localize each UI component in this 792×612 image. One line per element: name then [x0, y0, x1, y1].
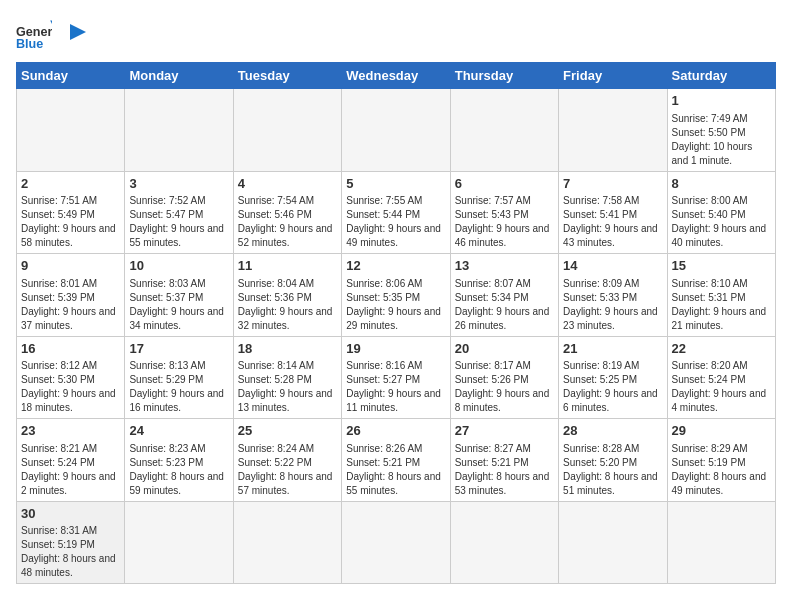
svg-marker-3: [70, 24, 86, 40]
day-info: Sunrise: 8:09 AMSunset: 5:33 PMDaylight:…: [563, 277, 662, 333]
calendar-cell: 10Sunrise: 8:03 AMSunset: 5:37 PMDayligh…: [125, 254, 233, 337]
day-info: Sunrise: 8:07 AMSunset: 5:34 PMDaylight:…: [455, 277, 554, 333]
calendar-cell: 20Sunrise: 8:17 AMSunset: 5:26 PMDayligh…: [450, 336, 558, 419]
day-info: Sunrise: 8:12 AMSunset: 5:30 PMDaylight:…: [21, 359, 120, 415]
day-info: Sunrise: 8:27 AMSunset: 5:21 PMDaylight:…: [455, 442, 554, 498]
col-friday: Friday: [559, 63, 667, 89]
logo-flag-icon: [64, 20, 92, 48]
day-number: 15: [672, 257, 771, 275]
day-number: 21: [563, 340, 662, 358]
day-number: 7: [563, 175, 662, 193]
day-number: 27: [455, 422, 554, 440]
calendar-cell: 24Sunrise: 8:23 AMSunset: 5:23 PMDayligh…: [125, 419, 233, 502]
logo-icon: General Blue: [16, 16, 52, 52]
day-info: Sunrise: 8:04 AMSunset: 5:36 PMDaylight:…: [238, 277, 337, 333]
calendar-cell: 17Sunrise: 8:13 AMSunset: 5:29 PMDayligh…: [125, 336, 233, 419]
col-monday: Monday: [125, 63, 233, 89]
calendar-cell: 18Sunrise: 8:14 AMSunset: 5:28 PMDayligh…: [233, 336, 341, 419]
day-info: Sunrise: 8:29 AMSunset: 5:19 PMDaylight:…: [672, 442, 771, 498]
day-number: 18: [238, 340, 337, 358]
calendar-cell: [559, 501, 667, 584]
day-number: 9: [21, 257, 120, 275]
day-info: Sunrise: 7:54 AMSunset: 5:46 PMDaylight:…: [238, 194, 337, 250]
col-sunday: Sunday: [17, 63, 125, 89]
day-number: 1: [672, 92, 771, 110]
day-number: 23: [21, 422, 120, 440]
day-number: 29: [672, 422, 771, 440]
day-info: Sunrise: 8:10 AMSunset: 5:31 PMDaylight:…: [672, 277, 771, 333]
calendar-cell: [17, 89, 125, 172]
day-info: Sunrise: 8:23 AMSunset: 5:23 PMDaylight:…: [129, 442, 228, 498]
calendar-header-row: Sunday Monday Tuesday Wednesday Thursday…: [17, 63, 776, 89]
day-info: Sunrise: 8:20 AMSunset: 5:24 PMDaylight:…: [672, 359, 771, 415]
day-info: Sunrise: 8:17 AMSunset: 5:26 PMDaylight:…: [455, 359, 554, 415]
day-info: Sunrise: 8:16 AMSunset: 5:27 PMDaylight:…: [346, 359, 445, 415]
calendar-cell: [233, 89, 341, 172]
col-tuesday: Tuesday: [233, 63, 341, 89]
calendar-cell: 25Sunrise: 8:24 AMSunset: 5:22 PMDayligh…: [233, 419, 341, 502]
day-info: Sunrise: 8:26 AMSunset: 5:21 PMDaylight:…: [346, 442, 445, 498]
calendar-cell: 13Sunrise: 8:07 AMSunset: 5:34 PMDayligh…: [450, 254, 558, 337]
calendar-cell: 12Sunrise: 8:06 AMSunset: 5:35 PMDayligh…: [342, 254, 450, 337]
page: General Blue Sunday Monday Tuesday Wedne…: [0, 0, 792, 594]
svg-text:Blue: Blue: [16, 37, 43, 51]
day-number: 12: [346, 257, 445, 275]
day-number: 28: [563, 422, 662, 440]
day-info: Sunrise: 8:03 AMSunset: 5:37 PMDaylight:…: [129, 277, 228, 333]
day-number: 6: [455, 175, 554, 193]
calendar-row: 1Sunrise: 7:49 AMSunset: 5:50 PMDaylight…: [17, 89, 776, 172]
calendar-cell: 16Sunrise: 8:12 AMSunset: 5:30 PMDayligh…: [17, 336, 125, 419]
calendar-cell: [450, 89, 558, 172]
day-number: 24: [129, 422, 228, 440]
day-number: 17: [129, 340, 228, 358]
calendar-cell: 7Sunrise: 7:58 AMSunset: 5:41 PMDaylight…: [559, 171, 667, 254]
day-info: Sunrise: 7:51 AMSunset: 5:49 PMDaylight:…: [21, 194, 120, 250]
header: General Blue: [16, 16, 776, 52]
calendar-cell: [342, 501, 450, 584]
day-number: 30: [21, 505, 120, 523]
calendar-cell: 14Sunrise: 8:09 AMSunset: 5:33 PMDayligh…: [559, 254, 667, 337]
day-number: 5: [346, 175, 445, 193]
calendar-row: 30Sunrise: 8:31 AMSunset: 5:19 PMDayligh…: [17, 501, 776, 584]
calendar-cell: [667, 501, 775, 584]
calendar-cell: [559, 89, 667, 172]
day-number: 22: [672, 340, 771, 358]
day-info: Sunrise: 8:00 AMSunset: 5:40 PMDaylight:…: [672, 194, 771, 250]
calendar-row: 23Sunrise: 8:21 AMSunset: 5:24 PMDayligh…: [17, 419, 776, 502]
calendar-cell: [450, 501, 558, 584]
day-number: 19: [346, 340, 445, 358]
day-info: Sunrise: 8:24 AMSunset: 5:22 PMDaylight:…: [238, 442, 337, 498]
calendar-cell: 2Sunrise: 7:51 AMSunset: 5:49 PMDaylight…: [17, 171, 125, 254]
day-number: 8: [672, 175, 771, 193]
day-info: Sunrise: 8:13 AMSunset: 5:29 PMDaylight:…: [129, 359, 228, 415]
day-info: Sunrise: 8:21 AMSunset: 5:24 PMDaylight:…: [21, 442, 120, 498]
calendar-cell: 26Sunrise: 8:26 AMSunset: 5:21 PMDayligh…: [342, 419, 450, 502]
day-info: Sunrise: 7:52 AMSunset: 5:47 PMDaylight:…: [129, 194, 228, 250]
day-number: 16: [21, 340, 120, 358]
calendar-cell: 19Sunrise: 8:16 AMSunset: 5:27 PMDayligh…: [342, 336, 450, 419]
day-info: Sunrise: 8:01 AMSunset: 5:39 PMDaylight:…: [21, 277, 120, 333]
day-number: 3: [129, 175, 228, 193]
calendar-row: 9Sunrise: 8:01 AMSunset: 5:39 PMDaylight…: [17, 254, 776, 337]
day-info: Sunrise: 7:57 AMSunset: 5:43 PMDaylight:…: [455, 194, 554, 250]
calendar-cell: 28Sunrise: 8:28 AMSunset: 5:20 PMDayligh…: [559, 419, 667, 502]
day-number: 20: [455, 340, 554, 358]
calendar-table: Sunday Monday Tuesday Wednesday Thursday…: [16, 62, 776, 584]
calendar-cell: 21Sunrise: 8:19 AMSunset: 5:25 PMDayligh…: [559, 336, 667, 419]
col-thursday: Thursday: [450, 63, 558, 89]
calendar-cell: 1Sunrise: 7:49 AMSunset: 5:50 PMDaylight…: [667, 89, 775, 172]
calendar-cell: 30Sunrise: 8:31 AMSunset: 5:19 PMDayligh…: [17, 501, 125, 584]
day-number: 14: [563, 257, 662, 275]
calendar-cell: [233, 501, 341, 584]
day-info: Sunrise: 7:58 AMSunset: 5:41 PMDaylight:…: [563, 194, 662, 250]
day-number: 11: [238, 257, 337, 275]
day-info: Sunrise: 8:06 AMSunset: 5:35 PMDaylight:…: [346, 277, 445, 333]
day-info: Sunrise: 8:14 AMSunset: 5:28 PMDaylight:…: [238, 359, 337, 415]
calendar-cell: 6Sunrise: 7:57 AMSunset: 5:43 PMDaylight…: [450, 171, 558, 254]
calendar-cell: 22Sunrise: 8:20 AMSunset: 5:24 PMDayligh…: [667, 336, 775, 419]
logo: General Blue: [16, 16, 92, 52]
calendar-cell: 5Sunrise: 7:55 AMSunset: 5:44 PMDaylight…: [342, 171, 450, 254]
col-saturday: Saturday: [667, 63, 775, 89]
calendar-cell: 3Sunrise: 7:52 AMSunset: 5:47 PMDaylight…: [125, 171, 233, 254]
calendar-cell: 15Sunrise: 8:10 AMSunset: 5:31 PMDayligh…: [667, 254, 775, 337]
